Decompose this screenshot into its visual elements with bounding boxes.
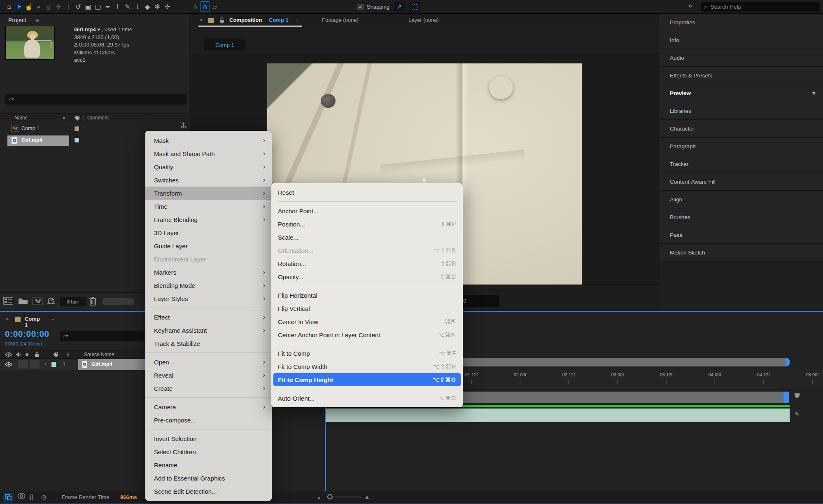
source-name-column-header[interactable]: Source Name [84,352,114,357]
context-menu-item[interactable]: Effect › [145,310,272,324]
label-color-column-icon[interactable] [53,352,58,358]
interpret-footage-icon[interactable] [46,297,56,305]
transform-menu-item[interactable]: Fit to Comp ⌥⌘F [271,347,463,360]
transform-menu-item[interactable]: Auto-Orient... ⌥⌘O [271,392,463,405]
snapping-checkbox[interactable]: ✓ [357,4,364,10]
shape-tool[interactable]: ▢ [93,1,103,12]
list-view-icon[interactable] [3,297,13,305]
layer-switch-cell[interactable] [18,360,28,369]
index-column-header[interactable]: # [67,352,70,357]
orbit-camera-tool[interactable]: ◎ [44,1,54,12]
transform-menu-item[interactable]: Fit to Comp Width ⌥⇧⌘H [271,360,463,373]
panel-menu-icon[interactable]: ≡ [51,316,54,322]
view-axis-mode[interactable]: ▱ [210,1,220,12]
transform-menu-item[interactable]: Position... ⇧⌘P [271,217,463,231]
work-area-end-handle[interactable] [783,392,789,403]
sidebar-panel-tab[interactable]: Content-Aware Fill [659,173,823,191]
pan-behind-tool[interactable]: ▣ [83,1,93,12]
transform-menu-item[interactable] [271,283,463,289]
project-panel-menu-icon[interactable]: ≡ [35,17,39,23]
context-menu-item[interactable]: Environment Layer [145,252,272,266]
context-menu-item[interactable] [145,395,272,400]
context-menu-item[interactable]: Rename [145,458,272,471]
sidebar-panel-tab[interactable]: Paint [659,226,823,244]
sidebar-panel-tab[interactable]: Libraries [659,102,823,120]
sidebar-panel-tab[interactable]: Properties [659,14,823,31]
transform-menu-item[interactable]: Reset [271,186,463,199]
context-menu-item[interactable]: Create › [145,382,272,395]
transform-menu-item[interactable]: Center In View ⌘⇱ [271,315,463,328]
type-tool[interactable]: T [113,1,123,12]
context-menu-item[interactable]: Frame Blending › [145,213,272,226]
bit-depth-button[interactable]: 8 bpc [60,297,86,306]
transform-menu-item[interactable] [271,199,463,204]
transform-menu-item[interactable]: Rotation... ⇧⌘R [271,257,463,270]
rotation-tool[interactable]: ↺ [73,1,83,12]
video-eye-icon[interactable] [5,362,12,367]
project-flowchart-icon[interactable] [180,122,187,128]
project-search-input[interactable]: ⌕▾ [5,94,187,105]
in-out-braces-icon[interactable]: {} [30,494,33,500]
panel-menu-icon[interactable]: ≡ [296,17,299,23]
new-composition-icon[interactable] [32,297,43,305]
trash-icon[interactable] [89,297,97,306]
eraser-tool[interactable]: ◆ [142,1,152,12]
current-time-display[interactable]: 0:00:00:00 [5,329,49,339]
help-search-box[interactable]: ⌕ Search Help [701,2,820,12]
sidebar-panel-tab[interactable]: Effects & Presets [659,67,823,84]
transform-menu-item[interactable]: Anchor Point... [271,204,463,217]
expand-chevron-icon[interactable]: › [44,361,46,367]
context-menu-item[interactable]: Time › [145,200,272,213]
blend-modes-icon[interactable] [17,493,26,499]
pen-tool[interactable]: ✒ [103,1,113,12]
zoom-tool[interactable]: ⌕ [34,1,44,12]
context-menu-item[interactable]: Switches › [145,173,272,187]
tab-composition-name[interactable]: Comp 1 [269,17,289,23]
transform-menu-item[interactable]: Opacity... ⇧⌘O [271,270,463,283]
sort-ascending-icon[interactable]: ▲ [62,115,66,120]
context-menu-item[interactable]: Blending Mode › [145,279,272,292]
video-eye-icon[interactable] [5,352,12,357]
name-column-header[interactable]: Name [14,115,28,121]
zoom-out-mountain-icon[interactable]: ▲ [317,495,321,499]
sidebar-panel-tab[interactable]: Align [659,191,823,208]
context-menu-item[interactable]: Mask and Shape Path › [145,147,272,160]
panel-menu-icon[interactable]: ≡ [812,90,816,96]
sidebar-panel-tab[interactable]: Preview ≡ [659,84,823,102]
horizontal-scrollbar[interactable] [102,298,134,305]
workspace-overflow-icon[interactable]: » [688,2,692,9]
layer-color-swatch[interactable] [51,362,57,367]
brush-tool[interactable]: ✎ [123,1,133,12]
local-axis-mode[interactable]: ⋔ [190,1,200,12]
selection-tool[interactable]: ➤ [14,1,24,12]
expand-layers-icon[interactable] [3,492,14,502]
sidebar-panel-tab[interactable]: Audio [659,49,823,67]
context-menu-item[interactable]: 3D Layer [145,226,272,239]
context-menu-item[interactable]: Track & Stabilize [145,337,272,350]
tab-footage[interactable]: Footage (none) [322,17,359,23]
label-color-column-icon[interactable] [74,115,80,121]
new-folder-icon[interactable] [18,297,28,305]
pan-camera-tool[interactable]: ✥ [54,1,63,12]
context-menu-item[interactable]: Guide Layer [145,239,272,252]
sidebar-panel-tab[interactable]: Motion Sketch [659,244,823,261]
close-icon[interactable]: × [200,17,203,23]
context-menu-item[interactable]: Transform › [145,187,272,200]
solo-dot-icon[interactable] [26,353,28,356]
context-menu-item[interactable]: Pre-compose... [145,413,272,427]
clone-stamp-tool[interactable]: ⊥ [133,1,142,12]
context-menu-item[interactable]: Keyframe Assistant › [145,324,272,337]
context-menu-item[interactable]: Select Children [145,445,272,458]
close-icon[interactable]: × [6,316,9,322]
pencil-icon[interactable]: ✎ [795,411,800,417]
context-menu-item[interactable]: Layer Styles › [145,292,272,305]
transform-menu-item[interactable]: Fit to Comp Height ⌥⇧⌘G [273,373,461,386]
render-speed-snail-icon[interactable]: ◷ [41,494,46,500]
transform-menu-item[interactable]: Flip Horizontal [271,289,463,302]
puppet-pin-tool[interactable]: ✢ [162,1,172,12]
sidebar-panel-tab[interactable]: Tracker [659,155,823,173]
layer-duration-bar[interactable] [325,408,790,422]
caret-down-icon[interactable]: ▾ [97,26,100,33]
world-axis-mode[interactable]: ⋔ [200,1,210,12]
layer-switch-cell[interactable] [30,360,40,369]
